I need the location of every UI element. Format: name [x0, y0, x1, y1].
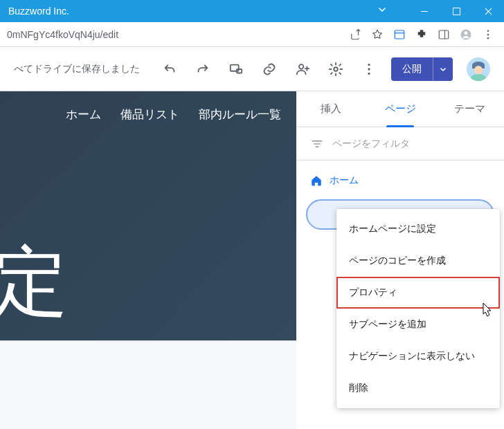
site-canvas[interactable]: ホーム 備品リスト 部内ルール一覧 定 — [0, 91, 296, 340]
svg-rect-7 — [231, 64, 239, 71]
svg-point-11 — [368, 63, 370, 65]
bookmark-bar-icon[interactable] — [393, 28, 406, 41]
add-person-button[interactable] — [294, 61, 311, 77]
home-icon — [310, 174, 323, 187]
publish-dropdown[interactable] — [433, 57, 453, 81]
maximize-button[interactable] — [440, 0, 472, 22]
site-nav-link[interactable]: 備品リスト — [120, 107, 179, 122]
site-nav-link[interactable]: ホーム — [66, 107, 101, 122]
settings-button[interactable] — [327, 61, 344, 77]
site-title-fragment: 定 — [0, 244, 68, 320]
filter-icon[interactable] — [310, 137, 324, 151]
page-item-home[interactable]: ホーム — [306, 169, 494, 192]
more-button[interactable] — [361, 61, 377, 77]
svg-rect-1 — [439, 30, 449, 39]
chevron-down-icon[interactable] — [378, 6, 386, 14]
publish-button-group: 公開 — [391, 57, 453, 81]
page-item-label: ホーム — [330, 174, 359, 187]
menu-copy-page[interactable]: ページのコピーを作成 — [336, 245, 500, 277]
app-toolbar: べてドライブに保存しました 公開 — [0, 47, 504, 91]
svg-point-5 — [487, 33, 489, 35]
star-icon[interactable] — [371, 28, 384, 41]
user-avatar[interactable] — [467, 57, 490, 81]
url-field[interactable]: 0mNFgYc4fkoVqN4ju/edit — [4, 29, 349, 40]
menu-properties[interactable]: プロパティ — [336, 277, 500, 309]
menu-icon[interactable] — [482, 28, 494, 41]
redo-button[interactable] — [195, 61, 211, 77]
save-status: べてドライブに保存しました — [14, 63, 140, 75]
toolbar-icons — [147, 61, 391, 77]
tab-insert[interactable]: 挿入 — [296, 91, 366, 127]
site-nav: ホーム 備品リスト 部内ルール一覧 — [0, 107, 281, 122]
address-bar: 0mNFgYc4fkoVqN4ju/edit — [0, 22, 504, 47]
menu-hide-nav[interactable]: ナビゲーションに表示しない — [336, 340, 500, 372]
menu-set-homepage[interactable]: ホームページに設定 — [336, 213, 500, 245]
link-button[interactable] — [261, 61, 278, 77]
preview-button[interactable] — [228, 61, 244, 77]
undo-button[interactable] — [161, 61, 178, 77]
tab-pages[interactable]: ページ — [366, 91, 435, 127]
menu-add-subpage[interactable]: サブページを追加 — [336, 309, 500, 340]
profile-icon[interactable] — [460, 28, 472, 41]
svg-point-6 — [487, 37, 489, 39]
tab-theme[interactable]: テーマ — [435, 91, 504, 127]
window-controls — [408, 0, 504, 22]
minimize-button[interactable] — [408, 0, 440, 22]
publish-section: 公開 — [391, 57, 490, 81]
filter-row: ページをフィルタ — [296, 127, 504, 161]
filter-placeholder[interactable]: ページをフィルタ — [332, 138, 410, 150]
window-title: Buzzword Inc. — [8, 6, 69, 17]
share-icon[interactable] — [349, 28, 361, 41]
sidepanel-icon[interactable] — [438, 28, 450, 41]
window-titlebar: Buzzword Inc. — [0, 0, 504, 22]
panel-tabs: 挿入 ページ テーマ — [296, 91, 504, 127]
svg-point-4 — [487, 30, 489, 32]
svg-rect-0 — [395, 30, 404, 39]
close-button[interactable] — [472, 0, 504, 22]
menu-delete[interactable]: 削除 — [336, 372, 500, 404]
svg-point-12 — [368, 68, 370, 70]
svg-point-9 — [299, 64, 303, 69]
publish-button[interactable]: 公開 — [391, 57, 433, 81]
site-nav-link[interactable]: 部内ルール一覧 — [199, 107, 281, 122]
extensions-icon[interactable] — [415, 28, 428, 41]
address-bar-icons — [349, 28, 500, 41]
page-context-menu: ホームページに設定 ページのコピーを作成 プロパティ サブページを追加 ナビゲー… — [336, 209, 500, 408]
svg-point-3 — [465, 31, 468, 35]
svg-point-10 — [334, 67, 338, 71]
svg-point-13 — [368, 72, 370, 74]
